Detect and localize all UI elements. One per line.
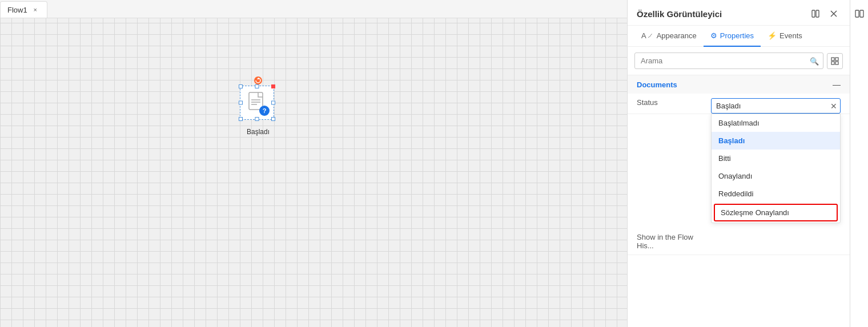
node-icon-box: ?	[240, 86, 274, 120]
documents-section-header: Documents —	[628, 75, 850, 94]
handle-tl[interactable]	[239, 84, 243, 88]
panel-actions	[809, 7, 841, 21]
option-onaylandi[interactable]: Onaylandı	[712, 167, 840, 185]
option-baslatilmadi[interactable]: Başlatılmadı	[712, 114, 840, 132]
svg-rect-12	[835, 62, 838, 64]
search-icon: 🔍	[810, 56, 819, 65]
show-in-flow-label: Show in the Flow His...	[637, 233, 711, 250]
tab-appearance[interactable]: A⟋ Appearance	[634, 26, 704, 47]
svg-rect-14	[860, 10, 863, 17]
node-label: Başladı	[247, 128, 270, 136]
option-basladi[interactable]: Başladı	[712, 132, 840, 150]
flow-node[interactable]: ? Başladı	[240, 86, 276, 136]
handle-bm[interactable]	[255, 117, 259, 121]
canvas: Flow1 ×	[0, 0, 627, 327]
tab-properties-label: Properties	[720, 31, 754, 40]
show-in-flow-prop-row: Show in the Flow His...	[628, 228, 850, 255]
tab-label: Flow1	[7, 6, 27, 14]
tab-bar: Flow1 ×	[0, 0, 627, 18]
svg-rect-11	[831, 62, 834, 64]
handle-br[interactable]	[271, 117, 275, 121]
option-bitti[interactable]: Bitti	[712, 150, 840, 167]
search-input[interactable]	[634, 53, 823, 69]
search-input-wrap: 🔍	[634, 53, 823, 69]
tab-close-button[interactable]: ×	[31, 5, 40, 14]
status-input[interactable]	[711, 98, 841, 114]
status-dropdown-menu: Başlatılmadı Başladı Bitti Onaylandı Red…	[711, 114, 841, 223]
sidebar-toggle-button[interactable]	[853, 7, 866, 21]
section-collapse-button[interactable]: —	[833, 80, 841, 89]
svg-rect-10	[835, 58, 838, 60]
svg-rect-13	[855, 10, 859, 17]
resize-handles	[240, 86, 274, 119]
search-bar: 🔍	[628, 47, 850, 75]
rotate-handle[interactable]	[254, 76, 262, 84]
status-prop-row: Status ✕ Başlatılmadı Başladı Bitti Onay…	[628, 94, 850, 114]
tab-appearance-label: Appearance	[657, 31, 697, 40]
dropdown-clear-button[interactable]: ✕	[830, 102, 837, 111]
flow-tab[interactable]: Flow1 ×	[0, 1, 47, 18]
tab-events[interactable]: ⚡ Events	[761, 26, 809, 47]
layout-toggle-button[interactable]	[827, 53, 843, 69]
sidebar-toggle-strip	[850, 0, 868, 327]
section-title: Documents	[637, 80, 677, 89]
option-reddedildi[interactable]: Reddedildi	[712, 185, 840, 203]
option-sozlesme-onaylandi[interactable]: Sözleşme Onaylandı	[714, 204, 838, 221]
svg-rect-5	[812, 10, 815, 17]
handle-bl[interactable]	[239, 117, 243, 121]
handle-tm[interactable]	[255, 84, 259, 88]
handle-tr[interactable]	[271, 84, 275, 88]
status-dropdown-container: ✕ Başlatılmadı Başladı Bitti Onaylandı R…	[711, 98, 841, 114]
svg-rect-9	[831, 58, 834, 60]
handle-lm[interactable]	[239, 101, 243, 105]
status-label: Status	[637, 98, 711, 107]
panel-header: Özellik Görüntüleyici	[628, 0, 850, 26]
tab-events-label: Events	[779, 31, 802, 40]
svg-rect-6	[816, 10, 819, 17]
pin-button[interactable]	[809, 7, 822, 21]
appearance-icon: A⟋	[641, 31, 654, 40]
node-wrapper: ?	[240, 86, 276, 126]
properties-icon: ⚙	[710, 31, 717, 40]
close-panel-button[interactable]	[827, 7, 841, 21]
panel-title: Özellik Görüntüleyici	[637, 9, 722, 19]
panel-tabs: A⟋ Appearance ⚙ Properties ⚡ Events	[628, 26, 850, 47]
right-panel: Özellik Görüntüleyici A⟋ Appearance ⚙	[627, 0, 850, 327]
events-icon: ⚡	[767, 31, 777, 40]
tab-properties[interactable]: ⚙ Properties	[704, 26, 761, 47]
handle-rm[interactable]	[271, 101, 275, 105]
